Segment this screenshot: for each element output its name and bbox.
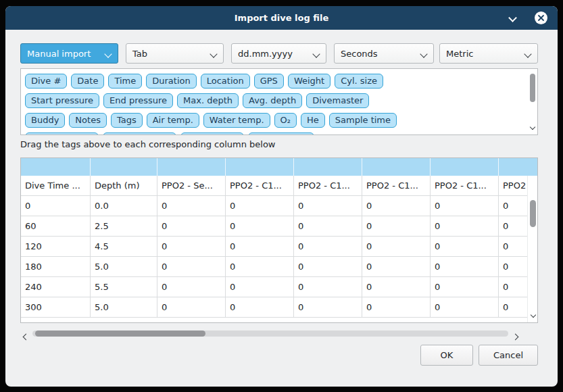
tag-air-temp[interactable]: Air temp. <box>147 113 199 128</box>
table-row: 602.5000000 <box>21 216 529 237</box>
tag-end-pressure[interactable]: End pressure <box>103 93 173 108</box>
table-cell: 0 <box>362 237 431 257</box>
table-scrollbar-thumb[interactable] <box>530 200 536 227</box>
column-header-cell: PPO2 - C1... <box>499 176 529 196</box>
table-cell: 5.0 <box>91 297 157 318</box>
tag-date[interactable]: Date <box>71 74 104 89</box>
window-title: Import dive log file <box>235 13 328 23</box>
column-header-cell: PPO2 - Se... <box>157 176 226 196</box>
scroll-down-icon <box>531 312 536 318</box>
tag-sample-po[interactable]: Sample pO₂ <box>180 132 245 135</box>
drop-target-cell[interactable] <box>91 158 157 176</box>
table-cell: 180 <box>21 257 91 277</box>
date-format-value: dd.mm.yyyy <box>238 49 293 59</box>
tag-divemaster[interactable]: Divemaster <box>306 93 369 108</box>
chevron-down-icon <box>508 14 517 22</box>
drop-target-cell[interactable] <box>431 158 499 176</box>
tag-tags[interactable]: Tags <box>111 113 143 128</box>
time-format-select[interactable]: Seconds <box>334 43 434 64</box>
table-row: 1805.0000000 <box>21 257 529 277</box>
table-cell: 0 <box>499 237 529 257</box>
tag-max-depth[interactable]: Max. depth <box>177 93 239 108</box>
table-cell: 0 <box>362 257 431 277</box>
tag-sample-time[interactable]: Sample time <box>329 113 397 128</box>
instruction-label: Drag the tags above to each correspondin… <box>20 139 275 149</box>
titlebar-menu-button[interactable] <box>508 14 518 24</box>
tag-sample-temp[interactable]: Sample temp. <box>103 132 176 135</box>
drop-target-cell[interactable] <box>21 158 91 176</box>
tag-buddy[interactable]: Buddy <box>25 113 65 128</box>
date-format-select[interactable]: dd.mm.yyyy <box>231 43 326 64</box>
chevron-down-icon <box>524 50 531 57</box>
drop-target-cell[interactable] <box>499 158 538 176</box>
table-cell: 0 <box>431 257 499 277</box>
table-cell: 5.0 <box>91 257 157 277</box>
tag-duration[interactable]: Duration <box>146 74 196 89</box>
tags-scrollbar-thumb[interactable] <box>530 74 535 102</box>
table-row: 2405.5000000 <box>21 277 529 297</box>
import-dialog: Import dive log file Manual import Tab d… <box>5 6 558 387</box>
separator-select[interactable]: Tab <box>126 43 224 64</box>
tag-sample-cns[interactable]: Sample CNS <box>248 132 314 135</box>
column-header-cell: PPO2 - C1... <box>226 176 294 196</box>
tags-scroll-down-button[interactable] <box>531 121 535 131</box>
units-select[interactable]: Metric <box>439 43 538 64</box>
table-cell: 0 <box>294 216 362 237</box>
horizontal-scrollbar-thumb[interactable] <box>35 330 205 337</box>
import-mode-select[interactable]: Manual import <box>20 43 118 64</box>
table-cell: 0 <box>226 216 294 237</box>
table-cell: 0 <box>499 297 529 318</box>
preview-table: Dive Time ...Depth (m)PPO2 - Se...PPO2 -… <box>20 157 538 323</box>
cancel-button[interactable]: Cancel <box>479 345 538 366</box>
tag-row: Sample depthSample temp.Sample pO₂Sample… <box>25 132 527 135</box>
table-cell: 2.5 <box>91 216 157 237</box>
table-cell: 0 <box>431 237 499 257</box>
import-mode-value: Manual import <box>27 49 91 59</box>
table-cell: 0 <box>499 216 529 237</box>
tag-gps[interactable]: GPS <box>254 74 284 89</box>
ok-button[interactable]: OK <box>420 345 473 366</box>
tag-he[interactable]: He <box>301 113 325 128</box>
tag-o[interactable]: O₂ <box>274 113 297 128</box>
drop-target-cell[interactable] <box>157 158 226 176</box>
drop-target-cell[interactable] <box>362 158 431 176</box>
table-cell: 0 <box>362 297 431 318</box>
scroll-left-button[interactable] <box>24 331 28 341</box>
scroll-left-icon <box>23 334 30 341</box>
table-cell: 0 <box>21 196 91 216</box>
horizontal-scrollbar-track[interactable] <box>32 330 508 337</box>
table-cell: 0.0 <box>91 196 157 216</box>
table-cell: 0 <box>226 237 294 257</box>
table-cell: 0 <box>157 277 226 297</box>
table-cell: 0 <box>226 257 294 277</box>
tag-notes[interactable]: Notes <box>69 113 107 128</box>
time-format-value: Seconds <box>341 49 378 59</box>
tag-water-temp[interactable]: Water temp. <box>203 113 270 128</box>
table-cell: 4.5 <box>91 237 157 257</box>
tag-location[interactable]: Location <box>201 74 250 89</box>
tag-row: BuddyNotesTagsAir temp.Water temp.O₂HeSa… <box>25 113 527 128</box>
table-cell: 0 <box>226 297 294 318</box>
drop-target-cell[interactable] <box>226 158 294 176</box>
tag-weight[interactable]: Weight <box>288 74 331 89</box>
close-button[interactable] <box>534 11 548 25</box>
tags-panel: Dive #DateTimeDurationLocationGPSWeightC… <box>20 68 538 135</box>
table-cell: 240 <box>21 277 91 297</box>
table-cell: 0 <box>294 196 362 216</box>
table-row: 1204.5000000 <box>21 237 529 257</box>
table-cell: 0 <box>499 196 529 216</box>
tag-time[interactable]: Time <box>108 74 142 89</box>
table-cell: 0 <box>157 216 226 237</box>
tag-start-pressure[interactable]: Start pressure <box>25 93 99 108</box>
drop-target-cell[interactable] <box>294 158 362 176</box>
tag-cyl-size[interactable]: Cyl. size <box>335 74 383 89</box>
tag-sample-depth[interactable]: Sample depth <box>25 132 99 135</box>
tag-dive[interactable]: Dive # <box>25 74 67 89</box>
table-scroll-down-button[interactable] <box>531 309 535 319</box>
table-vertical-scrollbar[interactable] <box>527 176 537 322</box>
column-header-cell: PPO2 - C1... <box>362 176 431 196</box>
chevron-down-icon <box>104 50 112 57</box>
scroll-right-button[interactable] <box>513 331 518 341</box>
tag-avg-depth[interactable]: Avg. depth <box>243 93 302 108</box>
table-cell: 0 <box>499 257 529 277</box>
